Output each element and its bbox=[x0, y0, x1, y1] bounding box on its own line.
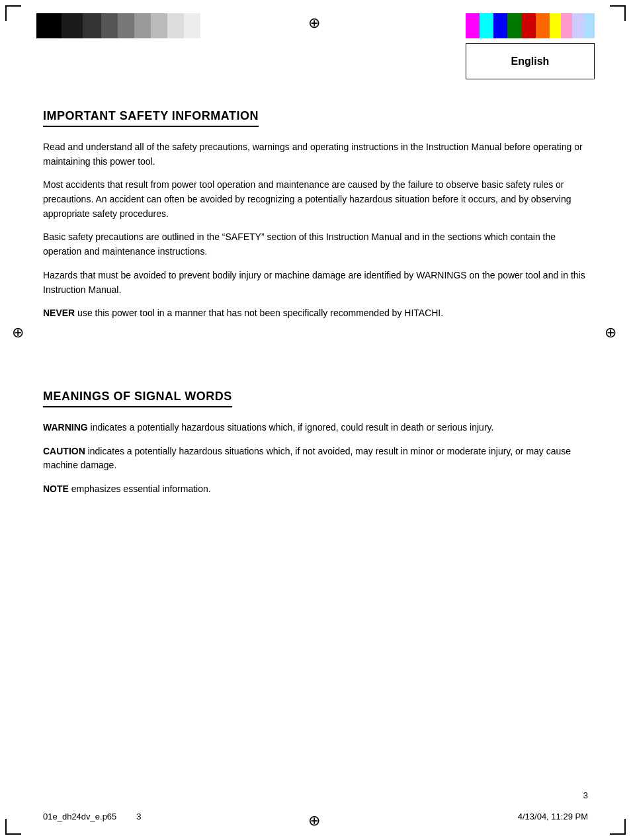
paragraph: NEVER use this power tool in a manner th… bbox=[43, 306, 588, 321]
color-bar-right bbox=[466, 13, 595, 38]
paragraph: Basic safety precautions are outlined in… bbox=[43, 230, 588, 259]
reg-mark-left bbox=[12, 324, 26, 339]
paragraph: Read and understand all of the safety pr… bbox=[43, 140, 588, 169]
section1-paragraphs: Read and understand all of the safety pr… bbox=[43, 140, 588, 321]
paragraph: Most accidents that result from power to… bbox=[43, 178, 588, 221]
page-number-corner: 3 bbox=[583, 790, 588, 800]
section2-paragraphs: WARNING indicates a potentially hazardou… bbox=[43, 421, 588, 497]
section2-header: MEANINGS OF SIGNAL WORDS bbox=[43, 390, 232, 407]
english-label: English bbox=[511, 56, 550, 67]
color-bar-left bbox=[36, 13, 228, 38]
english-box: English bbox=[466, 43, 595, 79]
top-header: English bbox=[0, 0, 631, 103]
footer: 01e_dh24dv_e.p65 3 4/13/04, 11:29 PM bbox=[0, 812, 631, 821]
page: English IMPORTANT SAFETY INFORMATION Rea… bbox=[0, 0, 631, 840]
footer-center-page: 3 bbox=[136, 812, 141, 821]
footer-code: 01e_dh24dv_e.p65 bbox=[43, 812, 116, 821]
section1-title: IMPORTANT SAFETY INFORMATION bbox=[43, 109, 259, 122]
paragraph: NOTE emphasizes essential information. bbox=[43, 482, 588, 497]
section1-header: IMPORTANT SAFETY INFORMATION bbox=[43, 109, 259, 127]
reg-mark-top bbox=[308, 15, 323, 29]
paragraph: Hazards that must be avoided to prevent … bbox=[43, 269, 588, 297]
reg-mark-right bbox=[605, 324, 619, 339]
main-content: IMPORTANT SAFETY INFORMATION Read and un… bbox=[0, 109, 631, 497]
footer-left: 01e_dh24dv_e.p65 3 bbox=[43, 812, 142, 821]
section-gap bbox=[43, 330, 588, 370]
paragraph: CAUTION indicates a potentially hazardou… bbox=[43, 444, 588, 473]
section2-title: MEANINGS OF SIGNAL WORDS bbox=[43, 390, 232, 403]
section-meanings: MEANINGS OF SIGNAL WORDS WARNING indicat… bbox=[43, 390, 588, 497]
footer-date: 4/13/04, 11:29 PM bbox=[518, 812, 588, 821]
section-important-safety: IMPORTANT SAFETY INFORMATION Read and un… bbox=[43, 109, 588, 321]
paragraph: WARNING indicates a potentially hazardou… bbox=[43, 421, 588, 435]
